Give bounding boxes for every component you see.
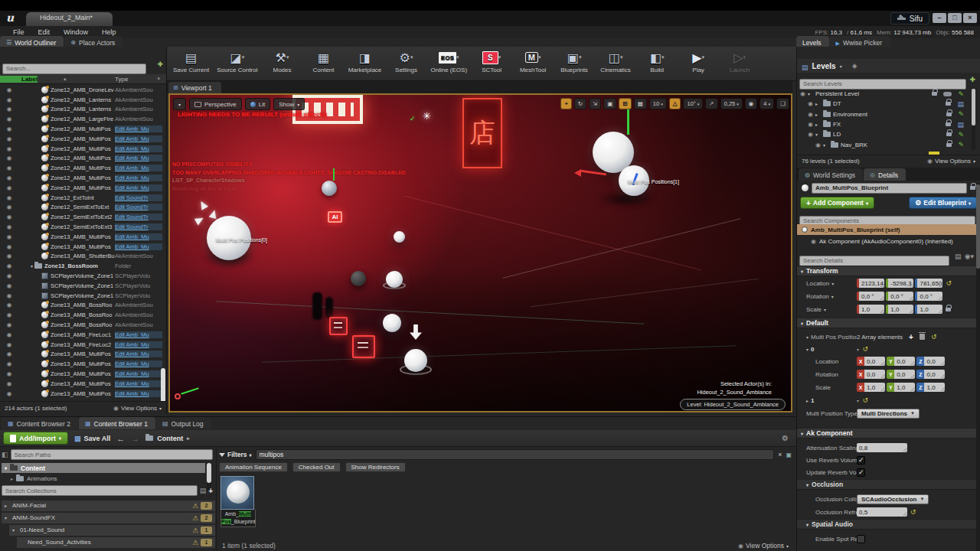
- forward-button[interactable]: →: [131, 434, 139, 443]
- outliner-row[interactable]: ▾ SCPlayerVolume_Zone1 SCPlayerVolu: [0, 291, 166, 301]
- levels-scrollbar[interactable]: [972, 89, 975, 150]
- outliner-row[interactable]: ▾ Zone12_AMB_Lanterns AkAmbientSou: [0, 105, 166, 115]
- visibility-eye-icon[interactable]: [808, 121, 813, 128]
- search-paths-input[interactable]: [11, 449, 213, 460]
- actor-label[interactable]: Zone13_AMB_ShutterBu: [51, 253, 115, 259]
- view-options-button[interactable]: View Options▾: [927, 158, 975, 165]
- toolbar-button[interactable]: ◧▾ Build: [640, 48, 674, 73]
- el0-scale-y[interactable]: Y1,0: [887, 383, 915, 392]
- toolbar-button[interactable]: ▶▾ Play: [681, 48, 715, 73]
- tab-content-browser-1[interactable]: ▦Content Browser 1: [79, 417, 155, 429]
- actor-label[interactable]: Zone12_AMB_MultiPos: [51, 126, 115, 132]
- lock-icon[interactable]: [946, 102, 951, 106]
- lock-icon[interactable]: [932, 92, 937, 96]
- expander-icon[interactable]: ▾: [808, 91, 813, 96]
- collection-row[interactable]: ▾ 01-Need_Sound 1: [9, 525, 215, 536]
- toolbar-button[interactable]: EOS▾ Online (EOS): [431, 48, 468, 73]
- el0-rotation-x[interactable]: X0,0: [857, 370, 885, 379]
- outliner-row[interactable]: ▾ Zone12_AMB_Lanterns AkAmbientSou: [0, 95, 166, 105]
- outliner-row[interactable]: ▾ Zone13_AMB_MultiPos Edit Amb_Mu: [0, 389, 166, 399]
- visibility-eye-icon[interactable]: [808, 100, 813, 107]
- actor-type[interactable]: Edit Amb_Mu: [115, 174, 162, 181]
- visibility-eye-icon[interactable]: [0, 174, 18, 181]
- row-element-0[interactable]: ▾0 ▾: [797, 343, 978, 355]
- menu-item[interactable]: Edit: [31, 28, 57, 36]
- edit-pencil-icon[interactable]: [958, 131, 964, 139]
- collection-list-icon[interactable]: ▤: [200, 487, 207, 494]
- maximize-viewport-button[interactable]: ❏: [776, 98, 789, 109]
- actor-label[interactable]: Zone12_SemiExtToExt3: [51, 223, 115, 230]
- reset-array-icon[interactable]: [931, 333, 937, 341]
- visibility-eye-icon[interactable]: [0, 390, 18, 397]
- expander-icon[interactable]: ▾: [5, 515, 9, 520]
- scale-lock-icon[interactable]: [946, 308, 951, 311]
- actor-type[interactable]: Edit SoundTr: [115, 204, 162, 210]
- rotation-y-field[interactable]: 0,0 °: [886, 292, 913, 301]
- level-document-tab[interactable]: Hideout_2_Main*: [26, 12, 113, 26]
- toolbar-button[interactable]: ◨▾ Marketplace: [348, 48, 382, 73]
- actor-label[interactable]: Zone12_AMB_MultiPos: [51, 145, 115, 152]
- reset-element-icon[interactable]: [862, 396, 868, 404]
- toolbar-button[interactable]: M▾ MeshTool: [516, 48, 550, 73]
- actor-label[interactable]: Zone13_AMB_BossRoo: [51, 321, 115, 328]
- levels-filter-add-icon[interactable]: ✚: [969, 76, 975, 83]
- attenuation-field[interactable]: 0,8: [857, 443, 907, 452]
- actor-type[interactable]: AkAmbientSou: [115, 311, 162, 318]
- lock-icon[interactable]: [946, 122, 951, 126]
- actor-type[interactable]: Edit Amb_Mu: [115, 233, 162, 240]
- outliner-row[interactable]: ▾ Zone12_SemiExtToExt Edit SoundTr: [0, 203, 166, 213]
- outliner-row[interactable]: ▾ Zone13_AMB_FireLoc1 Edit Amb_Mu: [0, 330, 166, 340]
- clear-search-icon[interactable]: ×: [778, 451, 782, 458]
- property-visibility-icon[interactable]: ◉▾: [965, 253, 974, 260]
- toolbar-button[interactable]: ⚙▾ Settings: [390, 48, 423, 73]
- outliner-search-input[interactable]: [2, 64, 146, 74]
- viewport-options-button[interactable]: ▾: [173, 98, 186, 110]
- coordinate-space-button[interactable]: ▣: [603, 98, 616, 109]
- actor-label[interactable]: Zone12_AMB_DroneLev: [51, 86, 115, 93]
- visibility-eye-icon[interactable]: [808, 111, 813, 118]
- toolbar-button[interactable]: ▤▾ Save Current: [173, 48, 209, 73]
- actor-type[interactable]: SCPlayerVolu: [115, 292, 162, 299]
- perspective-button[interactable]: Perspective: [189, 98, 242, 110]
- actor-label[interactable]: Zone13_AMB_MultiPos: [51, 350, 115, 357]
- levels-search-input[interactable]: [799, 79, 966, 90]
- gizmo-z-axis[interactable]: [627, 107, 629, 135]
- visibility-eye-icon[interactable]: [0, 272, 18, 279]
- level-row[interactable]: ▸ Environment: [797, 109, 972, 119]
- edit-pencil-icon[interactable]: [958, 90, 964, 98]
- actor-type[interactable]: AkAmbientSou: [115, 96, 162, 103]
- menu-item[interactable]: File: [6, 28, 31, 36]
- actor-label[interactable]: Zone13_AMB_FireLoc1: [51, 331, 115, 338]
- visibility-eye-icon[interactable]: [0, 184, 18, 191]
- asset-search-input[interactable]: [256, 449, 775, 460]
- actor-type[interactable]: Edit Amb_Mu: [115, 145, 162, 152]
- scale-snap-value[interactable]: 0,25▾: [720, 98, 743, 109]
- el0-scale-z[interactable]: Z1,0: [916, 383, 945, 392]
- translate-tool-button[interactable]: +: [560, 98, 571, 109]
- metal-sphere[interactable]: [322, 181, 337, 196]
- visibility-eye-icon[interactable]: [0, 380, 18, 387]
- edit-blueprint-button[interactable]: ⚙Edit Blueprint▾: [909, 197, 977, 209]
- actor-type[interactable]: Edit Amb_Mu: [115, 126, 162, 132]
- ambient-sound-sphere[interactable]: [404, 349, 427, 372]
- level-row[interactable]: ▸ DT: [797, 99, 972, 109]
- add-element-icon[interactable]: +: [909, 333, 913, 341]
- tab-world-settings[interactable]: ◍World Settings: [799, 168, 863, 181]
- actor-type[interactable]: SCPlayerVolu: [115, 272, 162, 279]
- visibility-eye-icon[interactable]: [0, 350, 18, 357]
- rotation-x-field[interactable]: 0,0 °: [857, 292, 884, 301]
- outliner-row[interactable]: ▾ Zone12_AMB_DroneLev AkAmbientSou: [0, 85, 166, 95]
- gizmo-y-axis[interactable]: [333, 168, 335, 181]
- maximize-button[interactable]: □: [948, 13, 962, 23]
- outliner-row[interactable]: ▾ SCPlayerVolume_Zone1 SCPlayerVolu: [0, 271, 166, 281]
- outliner-row[interactable]: ▾ Zone13_BossRoom Folder: [0, 261, 166, 271]
- view-options-button[interactable]: View Options▾: [738, 542, 789, 549]
- tree-item-animations[interactable]: ▸Animations: [2, 474, 205, 483]
- level-row[interactable]: ▾ LD: [797, 129, 972, 139]
- update-reverb-checkbox[interactable]: [857, 468, 865, 477]
- outliner-row[interactable]: ▾ Zone12_AMB_MultiPos Edit Amb_Mu: [0, 134, 166, 144]
- lock-icon[interactable]: [946, 143, 952, 147]
- actor-name-field[interactable]: [812, 183, 967, 194]
- expander-icon[interactable]: ▸: [815, 122, 821, 127]
- collection-name[interactable]: ANIM-SoundFX: [12, 514, 55, 521]
